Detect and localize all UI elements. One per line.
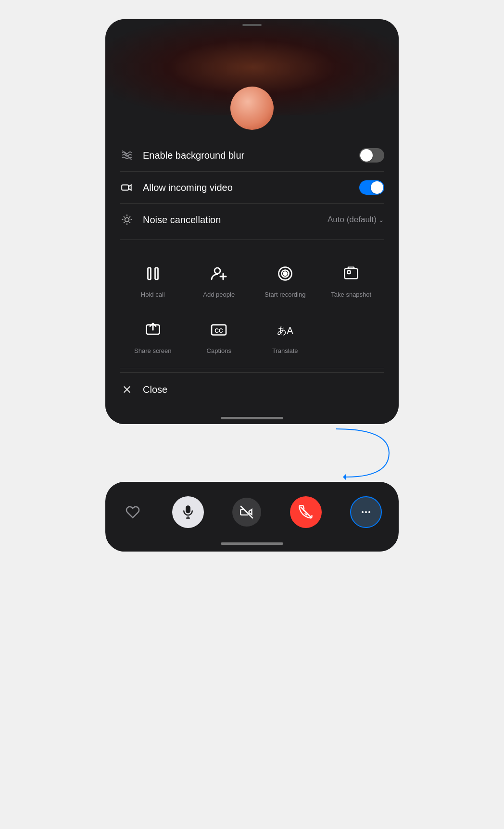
connection-area [105, 424, 399, 482]
page-wrapper: Enable background blur Allow incoming vi… [0, 19, 504, 552]
share-screen-icon [140, 317, 165, 342]
blur-label: Enable background blur [143, 150, 359, 161]
hold-call-label: Hold call [141, 291, 165, 298]
phone-bottom [105, 482, 399, 552]
svg-rect-12 [348, 271, 351, 274]
noise-cancellation-label: Noise cancellation [143, 214, 328, 226]
noise-chevron-icon: ⌄ [378, 216, 384, 224]
svg-rect-3 [148, 268, 151, 279]
close-label: Close [143, 384, 167, 395]
home-bar-bottom [221, 542, 283, 545]
take-snapshot-label: Take snapshot [331, 291, 371, 298]
connection-arrow-svg [105, 424, 399, 482]
captions-button[interactable]: CC Captions [186, 312, 252, 360]
svg-line-24 [240, 506, 253, 518]
start-recording-icon [273, 261, 298, 286]
blur-toggle-knob [360, 149, 373, 162]
incoming-video-toggle[interactable] [359, 180, 384, 195]
incoming-video-label: Allow incoming video [143, 182, 359, 193]
add-people-label: Add people [203, 291, 235, 298]
call-controls [105, 482, 399, 538]
svg-rect-1 [122, 185, 128, 190]
svg-marker-20 [343, 474, 346, 480]
captions-icon: CC [206, 317, 231, 342]
translate-label: Translate [272, 347, 298, 354]
svg-point-10 [283, 272, 287, 276]
call-background [105, 19, 399, 115]
actions-row-2: Share screen CC Captions [120, 308, 384, 364]
phone-top: Enable background blur Allow incoming vi… [105, 19, 399, 424]
divider-1 [120, 239, 384, 240]
translate-button[interactable]: あA Translate [252, 312, 318, 360]
svg-rect-11 [345, 269, 358, 279]
noise-cancellation-icon [120, 213, 134, 227]
captions-label: Captions [207, 347, 231, 354]
svg-point-25 [362, 511, 364, 513]
translate-icon: あA [273, 317, 298, 342]
sheet-content: Enable background blur Allow incoming vi… [105, 115, 399, 411]
video-toggle-button[interactable] [232, 498, 261, 527]
noise-cancellation-row[interactable]: Noise cancellation Auto (default) ⌄ [120, 204, 384, 236]
svg-rect-4 [155, 268, 158, 279]
share-screen-label: Share screen [134, 347, 171, 354]
svg-text:CC: CC [215, 327, 224, 334]
add-people-icon [206, 261, 231, 286]
start-recording-label: Start recording [265, 291, 305, 298]
start-recording-button[interactable]: Start recording [252, 255, 318, 304]
heart-button[interactable] [122, 502, 143, 523]
close-icon [120, 382, 134, 397]
svg-point-27 [368, 511, 370, 513]
actions-row-1: Hold call Add people [120, 244, 384, 308]
drag-handle[interactable] [242, 24, 262, 26]
take-snapshot-icon [339, 261, 364, 286]
noise-cancellation-value[interactable]: Auto (default) ⌄ [328, 215, 384, 225]
video-icon [120, 180, 134, 195]
incoming-video-toggle-knob [371, 181, 383, 194]
take-snapshot-button[interactable]: Take snapshot [318, 255, 385, 304]
add-people-button[interactable]: Add people [186, 255, 252, 304]
hold-call-button[interactable]: Hold call [120, 255, 186, 304]
end-call-button[interactable] [290, 496, 322, 528]
blur-toggle[interactable] [359, 148, 384, 163]
home-indicator-top [105, 411, 399, 424]
svg-text:あA: あA [277, 325, 293, 336]
background-blur-row[interactable]: Enable background blur [120, 139, 384, 172]
home-bar [221, 417, 283, 419]
hold-call-icon [140, 261, 165, 286]
svg-point-2 [125, 218, 129, 222]
svg-point-26 [365, 511, 367, 513]
incoming-video-row[interactable]: Allow incoming video [120, 172, 384, 204]
more-options-button[interactable] [350, 496, 382, 528]
microphone-button[interactable] [172, 496, 204, 528]
share-screen-button[interactable]: Share screen [120, 312, 186, 360]
svg-point-5 [214, 268, 220, 274]
avatar [230, 87, 274, 130]
close-button[interactable]: Close [120, 372, 384, 402]
blur-icon [120, 148, 134, 163]
divider-2 [120, 368, 384, 368]
svg-rect-21 [186, 506, 190, 513]
home-indicator-bottom [105, 538, 399, 552]
